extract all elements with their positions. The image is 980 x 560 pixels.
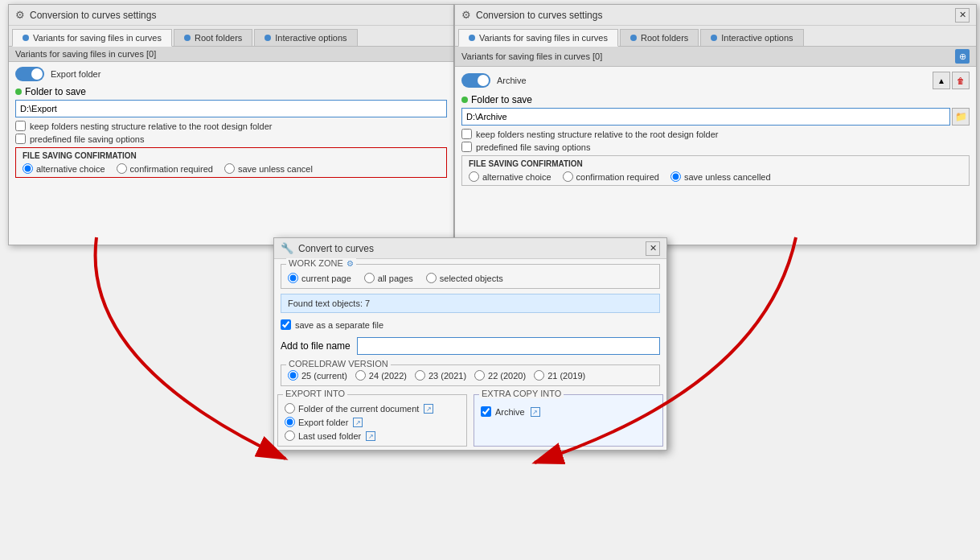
window1-confirmation-label: FILE SAVING CONFIRMATION xyxy=(23,151,440,160)
window2-checkbox1-row: keep folders nesting structure relative … xyxy=(461,129,970,139)
add-to-name-row: Add to file name xyxy=(274,336,666,360)
browse-button[interactable]: 📁 xyxy=(952,108,970,126)
corel-v21[interactable]: 21 (2019) xyxy=(534,370,585,381)
window2-titlebar: ⚙ Conversion to curves settings ✕ xyxy=(455,5,976,26)
link-icon-2[interactable]: ↗ xyxy=(353,418,363,427)
tab-root-2[interactable]: Root folders xyxy=(620,29,699,46)
window2-checkbox2-row: predefined file saving options xyxy=(461,142,970,152)
window1-checkbox1-row: keep folders nesting structure relative … xyxy=(15,121,447,131)
window1-title: Conversion to curves settings xyxy=(30,10,447,21)
dialog-titlebar: 🔧 Convert to curves ✕ xyxy=(274,238,666,259)
corel-version-group: CORELDRAW VERSION 25 (current) 24 (2022)… xyxy=(281,364,660,386)
window1-radio-2[interactable]: save unless cancel xyxy=(224,163,313,174)
window2-folder-input[interactable] xyxy=(461,108,950,126)
window1-toggle-row: Export folder xyxy=(15,67,447,81)
link-icon-1[interactable]: ↗ xyxy=(424,404,433,414)
tab-interactive-1[interactable]: Interactive options xyxy=(254,29,357,46)
window2-folder-label: Folder to save xyxy=(471,94,532,105)
delete-button[interactable]: 🗑 xyxy=(952,72,970,89)
dialog-close-button[interactable]: ✕ xyxy=(646,241,660,256)
workzone-group: WORK ZONE ⚙ current page all pages selec… xyxy=(281,264,660,289)
found-text-bar: Found text objects: 7 xyxy=(281,294,660,313)
window1-checkbox2-row: predefined file saving options xyxy=(15,134,447,144)
extra-archive-checkbox[interactable]: Archive ↗ xyxy=(481,406,656,417)
window2-close-button[interactable]: ✕ xyxy=(955,8,970,23)
window2-toggle[interactable] xyxy=(461,73,490,88)
window2-folder-label-row: Folder to save xyxy=(461,94,970,105)
corel-v22[interactable]: 22 (2020) xyxy=(474,370,526,381)
window1-toggle[interactable] xyxy=(15,67,44,81)
tab-interactive-2[interactable]: Interactive options xyxy=(700,29,803,46)
export-last-used[interactable]: Last used folder ↗ xyxy=(285,430,460,441)
window1-radio-0[interactable]: alternative choice xyxy=(23,163,105,174)
window2-checkbox1[interactable] xyxy=(461,129,472,139)
window1-folder-input[interactable] xyxy=(15,100,447,117)
window1-content: Export folder Folder to save keep folder… xyxy=(9,62,453,186)
window2-confirmation-box: FILE SAVING CONFIRMATION alternative cho… xyxy=(461,155,970,186)
dialog-title: Convert to curves xyxy=(298,243,641,254)
window1-folder-label: Folder to save xyxy=(25,86,86,97)
window1-section-header: Variants for saving files in curves [0] xyxy=(9,47,453,62)
window1-radio-row: alternative choice confirmation required… xyxy=(23,163,440,174)
convert-dialog: 🔧 Convert to curves ✕ WORK ZONE ⚙ curren… xyxy=(273,237,667,451)
window2-tabs: Variants for saving files in curves Root… xyxy=(455,26,976,47)
settings-icon2: ⚙ xyxy=(461,9,471,21)
export-into-label: EXPORT INTO xyxy=(283,389,347,398)
window2-content: Archive ▲ 🗑 Folder to save 📁 keep folder… xyxy=(455,67,976,194)
window1-checkbox2[interactable] xyxy=(15,134,26,144)
tab-variants-1[interactable]: Variants for saving files in curves xyxy=(12,29,172,47)
tab-root-1[interactable]: Root folders xyxy=(174,29,252,46)
save-separate-row: save as a separate file xyxy=(274,316,666,336)
add-to-name-input[interactable] xyxy=(357,337,660,355)
window1-input-row xyxy=(15,100,447,117)
window2: ⚙ Conversion to curves settings ✕ Varian… xyxy=(454,4,977,245)
window2-radio-2[interactable]: save unless cancelled xyxy=(670,171,771,182)
window1-toggle-label: Export folder xyxy=(51,69,447,79)
window2-radio-1[interactable]: confirmation required xyxy=(563,171,659,182)
window2-section-header: Variants for saving files in curves [0] … xyxy=(455,47,976,67)
extra-archive-row: Archive ↗ xyxy=(481,406,656,417)
window1-folder-label-row: Folder to save xyxy=(15,86,447,97)
window1-titlebar: ⚙ Conversion to curves settings xyxy=(9,5,453,26)
export-section: EXPORT INTO Folder of the current docume… xyxy=(274,391,666,450)
window2-checkbox2[interactable] xyxy=(461,142,472,152)
window2-toggle-label: Archive xyxy=(497,76,926,85)
workzone-label: WORK ZONE ⚙ xyxy=(286,258,356,268)
window2-radio-0[interactable]: alternative choice xyxy=(469,171,552,182)
corel-v25[interactable]: 25 (current) xyxy=(288,370,347,381)
corel-v23[interactable]: 23 (2021) xyxy=(415,370,466,381)
dialog-icon: 🔧 xyxy=(281,242,293,254)
export-current-doc[interactable]: Folder of the current document ↗ xyxy=(285,403,460,414)
workzone-selected-objects[interactable]: selected objects xyxy=(426,273,503,283)
add-to-name-label: Add to file name xyxy=(281,340,351,352)
workzone-options: current page all pages selected objects xyxy=(288,273,653,283)
move-up-button[interactable]: ▲ xyxy=(933,72,950,89)
window2-confirmation-label: FILE SAVING CONFIRMATION xyxy=(469,159,962,168)
window1-radio-1[interactable]: confirmation required xyxy=(117,163,213,174)
window1-tabs: Variants for saving files in curves Root… xyxy=(9,26,453,47)
extra-copy-label: EXTRA COPY INTO xyxy=(479,389,564,398)
export-export-folder[interactable]: Export folder ↗ xyxy=(285,417,460,427)
workzone-current-page[interactable]: current page xyxy=(288,273,351,283)
window2-title: Conversion to curves settings xyxy=(476,10,950,21)
corel-versions-row: 25 (current) 24 (2022) 23 (2021) 22 (202… xyxy=(288,370,653,381)
window2-toggle-row: Archive ▲ 🗑 xyxy=(461,72,970,89)
corel-v24[interactable]: 24 (2022) xyxy=(355,370,407,381)
settings-icon: ⚙ xyxy=(15,9,25,21)
save-separate-checkbox[interactable]: save as a separate file xyxy=(281,319,660,330)
corel-version-label: CORELDRAW VERSION xyxy=(286,359,391,369)
window1-checkbox1[interactable] xyxy=(15,121,26,131)
workzone-settings-icon[interactable]: ⚙ xyxy=(346,259,354,268)
archive-link-icon[interactable]: ↗ xyxy=(531,407,540,417)
export-into-col: EXPORT INTO Folder of the current docume… xyxy=(277,394,467,447)
window2-input-row: 📁 xyxy=(461,108,970,126)
window1: ⚙ Conversion to curves settings Variants… xyxy=(8,4,454,245)
export-options: Folder of the current document ↗ Export … xyxy=(285,403,460,441)
window2-radio-row: alternative choice confirmation required… xyxy=(469,171,962,182)
link-icon-3[interactable]: ↗ xyxy=(366,431,375,441)
extra-copy-col: EXTRA COPY INTO Archive ↗ xyxy=(474,394,663,447)
add-variant-button[interactable]: ⊕ xyxy=(955,49,970,64)
workzone-all-pages[interactable]: all pages xyxy=(364,273,413,283)
tab-variants-2[interactable]: Variants for saving files in curves xyxy=(458,29,618,47)
window1-confirmation-box: FILE SAVING CONFIRMATION alternative cho… xyxy=(15,147,447,178)
